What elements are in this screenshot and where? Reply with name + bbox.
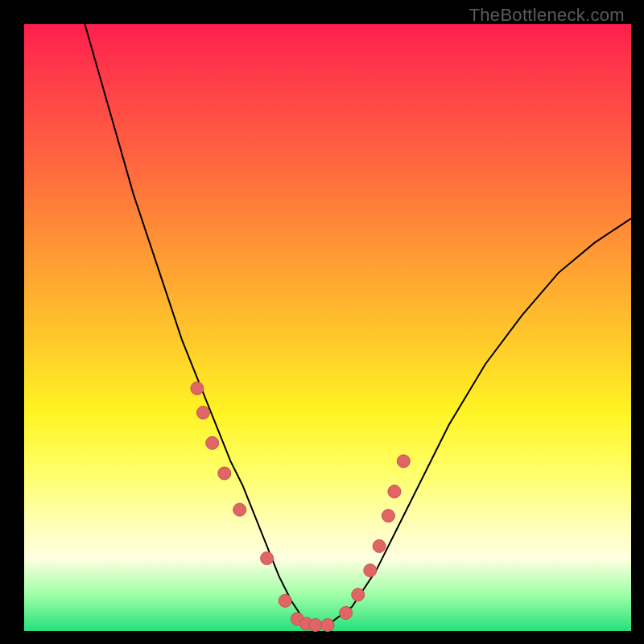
marker-dot: [309, 619, 322, 632]
marker-dot: [279, 594, 291, 607]
marker-dot: [321, 619, 334, 632]
marker-dot: [352, 588, 365, 601]
marker-dot: [196, 407, 209, 419]
curve-line: [85, 24, 631, 625]
chart-svg: [24, 24, 631, 631]
marker-dot: [206, 436, 219, 449]
marker-dot: [364, 564, 377, 577]
marker-dot: [382, 510, 394, 522]
plot-area: [24, 24, 631, 631]
marker-dot: [218, 467, 231, 480]
marker-dot: [397, 455, 410, 468]
marker-dot: [261, 552, 274, 565]
attribution-text: TheBottleneck.com: [469, 5, 625, 26]
marker-dot: [340, 606, 353, 619]
marker-dot: [191, 382, 204, 394]
marker-dot: [388, 485, 401, 498]
marker-group: [191, 382, 410, 631]
marker-dot: [233, 503, 246, 516]
marker-dot: [373, 539, 386, 552]
